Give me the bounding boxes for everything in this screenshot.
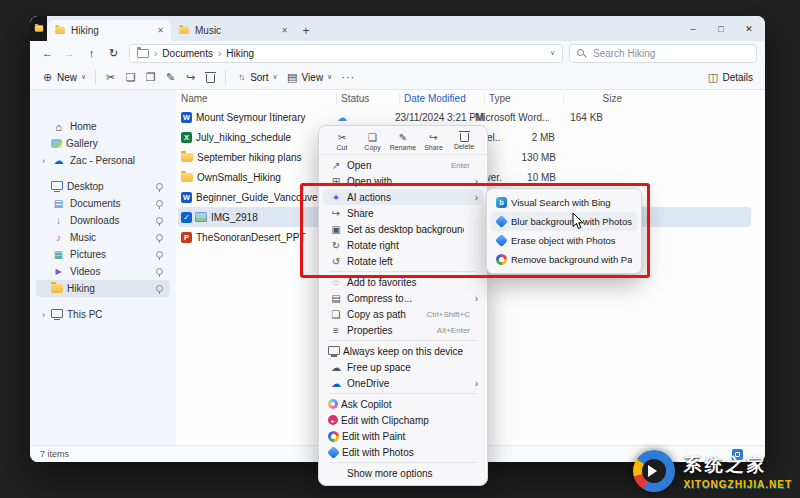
view-button[interactable]: View xyxy=(287,71,333,84)
context-menu-item[interactable]: Compress to... xyxy=(323,290,483,306)
sidebar-item[interactable]: Videos xyxy=(36,263,170,280)
onedrive-icon xyxy=(51,155,66,166)
column-header-name[interactable]: Name xyxy=(176,93,336,104)
breadcrumb-chevron-icon xyxy=(218,48,221,59)
context-menu-item xyxy=(329,271,477,272)
copy-icon xyxy=(368,131,377,143)
rotate-left-icon xyxy=(328,256,344,267)
chevron-right-icon xyxy=(470,176,478,187)
address-dropdown-icon[interactable] xyxy=(550,49,555,57)
cut-button[interactable] xyxy=(105,71,116,84)
quick-action-button[interactable]: Copy xyxy=(360,131,386,151)
breadcrumb-hiking[interactable]: Hiking xyxy=(226,48,254,59)
context-menu-item[interactable]: Edit with Photos xyxy=(323,444,483,460)
quick-action-button[interactable]: Delete xyxy=(451,131,477,151)
file-row[interactable]: Mount Seymour Itinerary 23/11/2024 3:21 … xyxy=(178,107,751,127)
context-menu-item[interactable]: Free up space xyxy=(323,359,483,375)
folder-icon xyxy=(181,173,193,182)
back-button[interactable]: ← xyxy=(38,44,57,62)
submenu-item[interactable]: Erase object with Photos xyxy=(491,231,637,250)
rename-button[interactable] xyxy=(165,71,176,84)
forward-button[interactable]: → xyxy=(60,44,79,62)
more-options-button[interactable]: ··· xyxy=(341,71,355,83)
quick-action-button[interactable]: Rename xyxy=(390,131,416,151)
context-menu-item[interactable]: Set as desktop background xyxy=(323,221,483,237)
context-menu-item[interactable]: Properties Alt+Enter xyxy=(323,322,483,338)
sidebar-item[interactable]: Documents xyxy=(36,195,170,212)
tab-close-icon[interactable] xyxy=(281,26,288,35)
tab-hiking[interactable]: Hiking xyxy=(47,20,171,41)
word-icon xyxy=(181,192,192,203)
context-menu-item[interactable]: Edit with Clipchamp xyxy=(323,412,483,428)
details-pane-button[interactable]: Details xyxy=(707,71,753,84)
sort-button[interactable]: Sort xyxy=(235,72,277,83)
delete-button[interactable] xyxy=(206,74,215,83)
tab-music[interactable]: Music xyxy=(171,20,295,41)
watermark-title: 系统之家 xyxy=(683,453,792,477)
paint-icon xyxy=(328,431,339,442)
context-menu-item[interactable]: Ask Copilot xyxy=(323,396,483,412)
context-menu: Cut Copy Rename Share xyxy=(318,125,488,486)
column-header-date-modified[interactable]: Date Modified xyxy=(399,93,484,104)
context-menu-item[interactable]: Share xyxy=(323,205,483,221)
image-icon xyxy=(195,212,207,222)
submenu-item[interactable]: Remove background with Paint xyxy=(491,250,637,269)
context-menu-item[interactable]: Always keep on this device xyxy=(323,343,483,359)
sidebar-item[interactable]: Gallery xyxy=(36,135,170,152)
context-menu-item[interactable]: Rotate right xyxy=(323,237,483,253)
compress-icon xyxy=(328,293,344,304)
copy-button[interactable] xyxy=(125,71,136,84)
cut-icon xyxy=(338,131,346,143)
address-bar[interactable]: Documents Hiking xyxy=(129,44,563,63)
thispc-icon xyxy=(51,309,63,318)
submenu-item[interactable]: Visual Search with Bing xyxy=(491,193,637,212)
submenu-item[interactable]: Blur background with Photos xyxy=(491,212,637,231)
open-icon xyxy=(328,160,344,171)
music-icon xyxy=(51,232,66,243)
properties-icon xyxy=(328,325,344,336)
quick-action-button[interactable]: Cut xyxy=(329,131,355,151)
context-menu-item[interactable]: Edit with Paint xyxy=(323,428,483,444)
context-menu-item[interactable]: Copy as path Ctrl+Shift+C xyxy=(323,306,483,322)
context-menu-item[interactable]: Rotate left xyxy=(323,253,483,269)
maximize-button[interactable] xyxy=(707,16,735,41)
quick-action-button[interactable]: Share xyxy=(421,131,447,151)
open-with-icon xyxy=(328,176,344,187)
share-button[interactable] xyxy=(185,71,196,84)
excel-icon xyxy=(181,132,192,143)
clipchamp-icon xyxy=(328,415,338,425)
up-button[interactable]: ↑ xyxy=(82,44,101,62)
context-menu-item[interactable]: Open Enter xyxy=(323,157,483,173)
context-menu-item[interactable]: AI actions xyxy=(323,189,483,205)
sidebar-item[interactable]: Home xyxy=(36,118,170,135)
search-box[interactable] xyxy=(569,44,757,63)
tab-close-icon[interactable] xyxy=(157,26,164,35)
context-menu-item[interactable]: Add to favorites xyxy=(323,274,483,290)
search-input[interactable] xyxy=(591,47,749,60)
sidebar-item[interactable]: This PC xyxy=(36,306,170,323)
paste-button[interactable] xyxy=(145,71,156,84)
sidebar-item[interactable]: Downloads xyxy=(36,212,170,229)
new-tab-button[interactable] xyxy=(295,20,317,41)
chevron-right-icon[interactable] xyxy=(42,156,51,166)
column-header-size[interactable]: Size xyxy=(563,93,634,104)
checkbox-icon[interactable] xyxy=(181,212,192,223)
column-header-type[interactable]: Type xyxy=(484,93,563,104)
minimize-button[interactable] xyxy=(679,16,707,41)
sidebar-item[interactable]: Zac - Personal xyxy=(36,152,170,169)
close-button[interactable] xyxy=(735,16,763,41)
pin-icon xyxy=(156,285,163,292)
sidebar-item[interactable]: Music xyxy=(36,229,170,246)
sidebar-item[interactable]: Desktop xyxy=(36,178,170,195)
breadcrumb-documents[interactable]: Documents xyxy=(162,48,213,59)
context-menu-item[interactable]: Open with xyxy=(323,173,483,189)
new-button[interactable]: New xyxy=(42,71,86,84)
sidebar-item[interactable]: Hiking xyxy=(36,280,170,297)
context-menu-item[interactable]: OneDrive xyxy=(323,375,483,391)
context-menu-item[interactable]: Show more options xyxy=(323,465,483,481)
sort-icon xyxy=(235,72,246,82)
refresh-button[interactable]: ↻ xyxy=(104,44,123,62)
chevron-right-icon[interactable] xyxy=(42,310,51,320)
sidebar-item[interactable]: Pictures xyxy=(36,246,170,263)
column-header-status[interactable]: Status xyxy=(336,93,399,104)
